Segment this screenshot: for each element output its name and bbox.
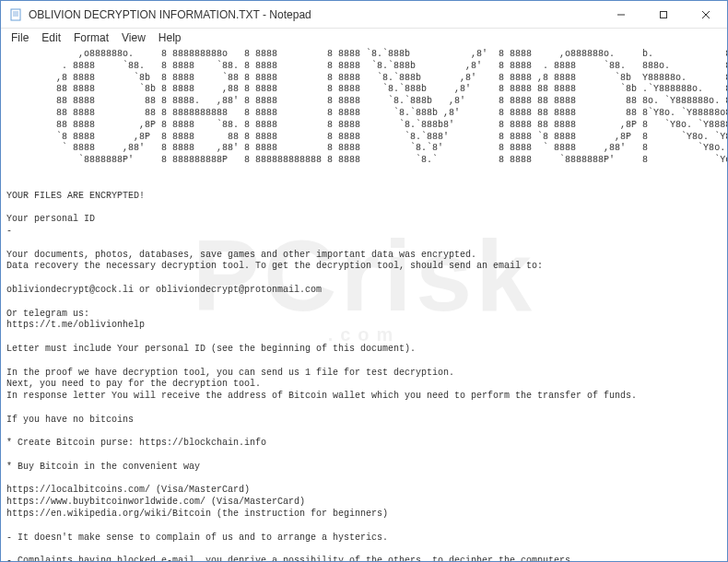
menu-help[interactable]: Help	[152, 29, 188, 46]
svg-rect-5	[661, 11, 667, 18]
notepad-icon	[8, 7, 23, 22]
ransom-note-body: YOUR FILES ARE ENCRYPTED! Your personal …	[6, 167, 722, 561]
minimize-button[interactable]	[600, 1, 642, 28]
menu-view[interactable]: View	[115, 29, 152, 46]
close-button[interactable]	[685, 1, 727, 28]
menubar: File Edit Format View Help	[1, 29, 727, 47]
titlebar: OBLIVION DECRYPTION INFORMATION.TXT - No…	[1, 1, 727, 29]
ascii-art-block: ,o888888o. 8 888888888o 8 8888 8 8888 `8…	[6, 49, 722, 167]
menu-file[interactable]: File	[5, 29, 35, 46]
window-title: OBLIVION DECRYPTION INFORMATION.TXT - No…	[29, 8, 600, 21]
svg-rect-0	[11, 9, 20, 20]
maximize-button[interactable]	[642, 1, 685, 28]
menu-edit[interactable]: Edit	[35, 29, 67, 46]
menu-format[interactable]: Format	[67, 29, 115, 46]
window-controls	[600, 1, 727, 28]
notepad-window: OBLIVION DECRYPTION INFORMATION.TXT - No…	[0, 0, 728, 562]
text-area[interactable]: ,o888888o. 8 888888888o 8 8888 8 8888 `8…	[1, 47, 727, 561]
